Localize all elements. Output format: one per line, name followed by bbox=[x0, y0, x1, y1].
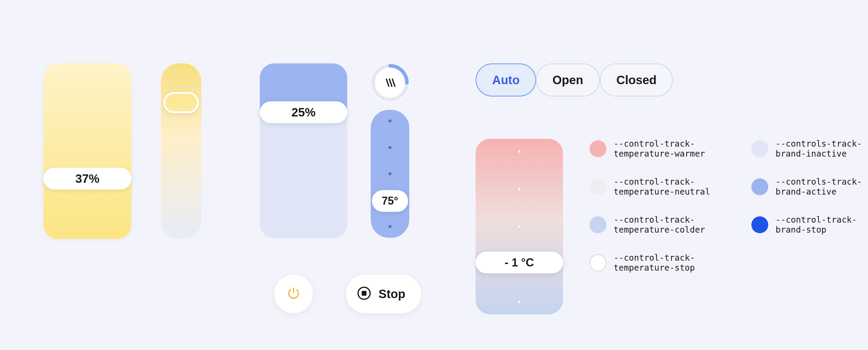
legend-label: --control-track-temperature-warmer bbox=[614, 139, 721, 159]
swatch-colder bbox=[590, 216, 607, 233]
temperature-gradient-thumb[interactable]: - 1 °C bbox=[475, 252, 563, 273]
temperature-blue-slider[interactable]: 75° bbox=[371, 110, 409, 238]
swatch-temp-stop bbox=[590, 254, 607, 271]
svg-line-4 bbox=[393, 79, 395, 86]
brightness-slider-small[interactable] bbox=[161, 63, 201, 239]
segment-closed[interactable]: Closed bbox=[600, 63, 673, 96]
legend-item-brand-stop: --control-track-brand-stop bbox=[751, 215, 868, 235]
brightness-slider-small-thumb[interactable] bbox=[163, 92, 199, 113]
stop-label: Stop bbox=[378, 287, 405, 301]
temperature-gradient-slider[interactable]: - 1 °C bbox=[475, 139, 563, 314]
segment-auto[interactable]: Auto bbox=[475, 63, 536, 96]
svg-line-2 bbox=[386, 79, 389, 86]
legend-label: --controls-track-brand-active bbox=[775, 177, 868, 197]
blinds-slider[interactable]: 25% bbox=[260, 63, 347, 238]
blinds-icon bbox=[383, 76, 397, 89]
tick-dot bbox=[518, 225, 521, 228]
swatch-brand-stop bbox=[751, 216, 768, 233]
color-legend: --control-track-temperature-warmer --con… bbox=[590, 139, 868, 273]
swatch-active bbox=[751, 178, 768, 195]
stop-button[interactable]: Stop bbox=[346, 274, 421, 313]
blinds-slider-thumb[interactable]: 25% bbox=[260, 101, 347, 123]
legend-item-active: --controls-track-brand-active bbox=[751, 177, 868, 197]
legend-label: --control-track-temperature-stop bbox=[614, 253, 721, 273]
legend-item-inactive: --controls-track-brand-inactive bbox=[751, 139, 868, 159]
stop-icon bbox=[357, 286, 371, 302]
legend-item-temp-stop: --control-track-temperature-stop bbox=[590, 253, 721, 273]
blinds-angle-gauge[interactable] bbox=[371, 63, 409, 102]
tick-dot bbox=[389, 146, 392, 149]
brightness-slider-large[interactable]: 37% bbox=[43, 63, 131, 239]
tick-dot bbox=[389, 225, 392, 228]
legend-label: --controls-track-brand-inactive bbox=[775, 139, 868, 159]
brightness-value: 37% bbox=[75, 172, 99, 185]
legend-item-neutral: --control-track-temperature-neutral bbox=[590, 177, 721, 197]
temperature-blue-thumb[interactable]: 75° bbox=[372, 190, 408, 212]
power-button[interactable] bbox=[274, 274, 313, 313]
temperature-gradient-value: - 1 °C bbox=[504, 256, 534, 269]
tick-dot bbox=[389, 119, 392, 122]
swatch-neutral bbox=[590, 178, 607, 195]
tick-dot bbox=[518, 150, 521, 153]
power-icon bbox=[286, 286, 301, 302]
legend-label: --control-track-temperature-colder bbox=[614, 215, 721, 235]
segment-open-label: Open bbox=[553, 73, 583, 87]
legend-item-warmer: --control-track-temperature-warmer bbox=[590, 139, 721, 159]
swatch-warmer bbox=[590, 140, 607, 157]
tick-dot bbox=[518, 300, 521, 303]
legend-label: --control-track-brand-stop bbox=[775, 215, 868, 235]
segment-auto-label: Auto bbox=[492, 73, 520, 87]
tick-dot bbox=[389, 172, 392, 175]
temperature-blue-value: 75° bbox=[382, 195, 398, 207]
legend-label: --control-track-temperature-neutral bbox=[614, 177, 721, 197]
brightness-slider-thumb[interactable]: 37% bbox=[43, 168, 131, 189]
tick-dot bbox=[518, 188, 521, 191]
segment-open[interactable]: Open bbox=[536, 63, 600, 96]
swatch-inactive bbox=[751, 140, 768, 157]
segment-closed-label: Closed bbox=[616, 73, 656, 87]
legend-item-colder: --control-track-temperature-colder bbox=[590, 215, 721, 235]
svg-rect-6 bbox=[362, 291, 367, 296]
svg-line-3 bbox=[390, 79, 392, 86]
blinds-value: 25% bbox=[291, 106, 315, 119]
